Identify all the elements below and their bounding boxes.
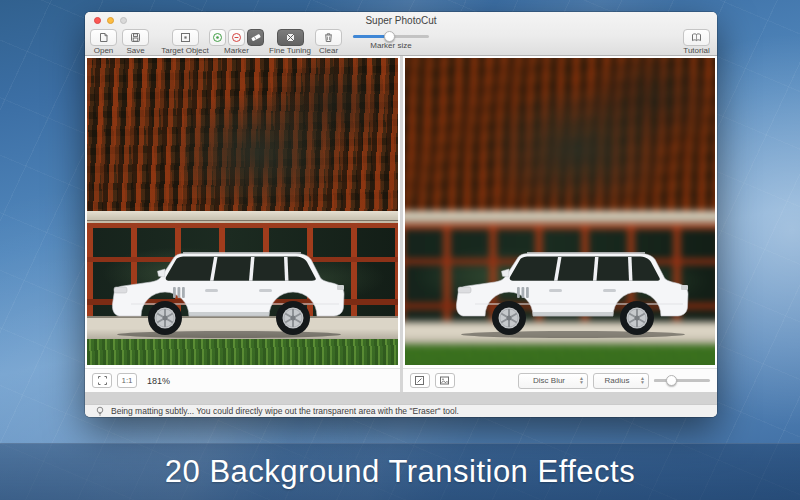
save-button[interactable]	[122, 29, 149, 46]
grass-layer-blurred	[405, 345, 716, 365]
traffic-lights	[94, 17, 127, 24]
radius-slider[interactable]	[654, 379, 710, 382]
fine-tuning-tool: Fine Tuning	[268, 29, 312, 55]
actual-size-button[interactable]: 1:1	[117, 373, 137, 388]
marker-tool-group: Marker	[209, 29, 264, 55]
editor-content	[85, 56, 717, 368]
fine-tuning-label: Fine Tuning	[269, 47, 311, 55]
tutorial-button[interactable]	[683, 29, 710, 46]
actual-size-label: 1:1	[121, 376, 132, 385]
marker-size-slider[interactable]	[353, 35, 429, 38]
parameter-select-value: Radius	[594, 376, 640, 385]
toolbar: Open Save Target	[85, 28, 717, 56]
tutorial-tool: Tutorial	[683, 29, 710, 55]
trash-icon	[323, 32, 334, 43]
stepper-icon: ▲▼	[640, 377, 645, 384]
status-bar: Being matting subtly... You could direct…	[85, 404, 717, 417]
original-photo[interactable]	[87, 58, 398, 365]
target-object-label: Target Object	[161, 47, 209, 55]
fit-preview-icon	[414, 375, 425, 386]
tutorial-label: Tutorial	[683, 47, 709, 55]
right-panel-controls: Disc Blur ▲▼ Radius ▲▼	[403, 368, 718, 392]
stepper-icon: ▲▼	[579, 377, 584, 384]
preview-photo[interactable]	[405, 58, 716, 365]
save-floppy-icon	[130, 32, 141, 43]
fit-preview-button[interactable]	[410, 373, 430, 388]
effect-select[interactable]: Disc Blur ▲▼	[518, 373, 588, 389]
fine-tuning-button[interactable]	[277, 29, 304, 46]
panel-controls: 1:1 181% Disc Blur ▲▼	[85, 368, 717, 392]
minimize-button[interactable]	[107, 17, 114, 24]
car-subject-preview	[453, 246, 693, 338]
fit-to-window-icon	[97, 375, 108, 386]
effect-select-value: Disc Blur	[519, 376, 579, 385]
marker-add-button[interactable]	[209, 29, 226, 46]
marker-add-icon	[212, 32, 223, 43]
target-object-icon	[180, 32, 191, 43]
title-bar[interactable]: Super PhotoCut	[85, 12, 717, 28]
car-subject	[109, 246, 349, 338]
banner-text: 20 Background Transition Effects	[165, 454, 635, 490]
window-title: Super PhotoCut	[85, 12, 717, 29]
open-button[interactable]	[90, 29, 117, 46]
save-label: Save	[126, 47, 144, 55]
desktop-background: Super PhotoCut Open	[0, 0, 800, 500]
concrete-beam-layer-blurred	[405, 211, 716, 221]
lightbulb-icon	[95, 406, 105, 417]
open-tool: Open	[90, 29, 117, 55]
target-object-button[interactable]	[172, 29, 199, 46]
marketing-banner: 20 Background Transition Effects	[0, 443, 800, 500]
clear-tool: Clear	[315, 29, 342, 55]
forest-layer-blurred	[405, 58, 716, 211]
window-chrome: Super PhotoCut Open	[85, 12, 717, 56]
picture-icon	[439, 375, 450, 386]
clear-label: Clear	[319, 47, 338, 55]
close-button[interactable]	[94, 17, 101, 24]
background-image-button[interactable]	[435, 373, 455, 388]
zoom-button[interactable]	[120, 17, 127, 24]
parameter-select[interactable]: Radius ▲▼	[593, 373, 649, 389]
target-object-tool: Target Object	[161, 29, 209, 55]
marker-remove-button[interactable]	[228, 29, 245, 46]
marker-size-label: Marker size	[370, 42, 411, 50]
open-label: Open	[94, 47, 114, 55]
eraser-icon	[250, 32, 262, 43]
bottom-spacer-band	[85, 392, 717, 404]
fit-to-window-button[interactable]	[92, 373, 112, 388]
eraser-button[interactable]	[247, 29, 264, 46]
concrete-beam-layer	[87, 211, 398, 221]
left-panel-controls: 1:1 181%	[85, 368, 400, 392]
marker-label: Marker	[224, 47, 249, 55]
marker-size-tool: Marker size	[351, 29, 431, 50]
original-image-panel[interactable]	[85, 56, 400, 368]
status-tip-text: Being matting subtly... You could direct…	[111, 406, 459, 416]
grass-layer	[87, 339, 398, 365]
save-tool: Save	[122, 29, 149, 55]
app-window: Super PhotoCut Open	[85, 12, 717, 417]
preview-image-panel[interactable]	[403, 56, 718, 368]
slider-knob[interactable]	[666, 375, 677, 386]
zoom-level-value: 181%	[147, 376, 170, 386]
fine-tuning-icon	[285, 32, 296, 43]
clear-button[interactable]	[315, 29, 342, 46]
book-icon	[691, 32, 702, 43]
forest-layer	[87, 58, 398, 211]
slider-knob[interactable]	[384, 31, 395, 42]
marker-remove-icon	[231, 32, 242, 43]
open-document-icon	[98, 32, 109, 43]
